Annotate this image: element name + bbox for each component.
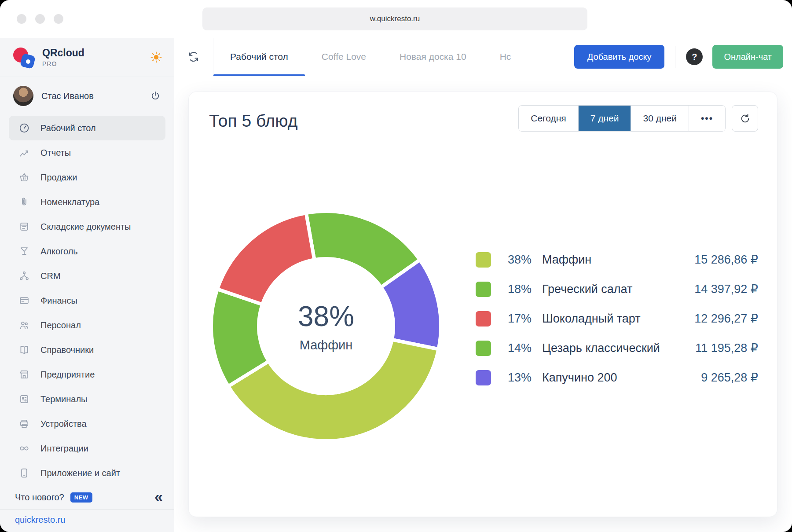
brand-plan-badge: PRO [42, 60, 84, 67]
range-30-days-button[interactable]: 30 дней [631, 106, 688, 131]
quickresto-link[interactable]: quickresto.ru [15, 515, 66, 525]
store-icon [18, 369, 30, 380]
sidebar-item-label: Номенклатура [40, 197, 99, 207]
legend-label: Греческий салат [542, 283, 694, 296]
printer-icon [18, 418, 30, 429]
sidebar-item-warehouse-docs[interactable]: Складские документы [9, 214, 165, 239]
sidebar-item-staff[interactable]: Персонал [9, 313, 165, 338]
main-content: Топ 5 блюд Сегодня 7 дней 30 дней ••• 38… [174, 76, 792, 532]
tab-new-board-10[interactable]: Новая доска 10 [383, 38, 483, 76]
tab-label: Coffe Love [322, 51, 366, 62]
window-minimize-button[interactable] [35, 14, 45, 24]
sidebar-item-label: Справочники [40, 345, 94, 355]
phone-icon [18, 467, 30, 479]
sidebar-footer: Что нового? NEW « quickresto.ru [0, 485, 174, 532]
tab-truncated[interactable]: Нс [483, 38, 528, 76]
window-zoom-button[interactable] [54, 14, 63, 24]
top-dishes-widget: Топ 5 блюд Сегодня 7 дней 30 дней ••• 38… [188, 92, 777, 517]
traffic-lights [17, 14, 63, 24]
sidebar-item-reports[interactable]: Отчеты [9, 140, 165, 165]
sidebar-item-integrations[interactable]: Интеграции [9, 436, 165, 461]
online-chat-button[interactable]: Онлайн-чат [712, 45, 783, 69]
tab-dashboard[interactable]: Рабочий стол [213, 38, 305, 76]
document-icon [18, 221, 30, 232]
add-board-button[interactable]: Добавить доску [574, 45, 665, 69]
sidebar-item-label: Интеграции [40, 444, 88, 454]
nav-divider [675, 46, 675, 68]
sidebar-item-label: Алкоголь [40, 246, 78, 257]
tab-label: Новая доска 10 [400, 51, 466, 62]
logo-dot [26, 59, 30, 64]
whats-new-link[interactable]: Что нового? [15, 492, 64, 503]
browser-window: w.quickresto.ru QRcloud PRO Стас Иванов [0, 0, 792, 532]
help-icon[interactable]: ? [686, 48, 703, 65]
book-icon [18, 344, 30, 356]
avatar [13, 86, 33, 106]
legend-row: 14% Цезарь классический 11 195,28 ₽ [476, 339, 758, 357]
legend-percent: 38% [491, 253, 532, 267]
legend-amount: 14 397,92 ₽ [694, 282, 758, 296]
more-options-button[interactable]: ••• [689, 106, 725, 131]
tab-label: Рабочий стол [230, 51, 288, 62]
sidebar-item-label: Складские документы [40, 222, 131, 232]
brand-title: QRcloud [42, 47, 84, 59]
tab-label: Нс [500, 51, 511, 62]
paperclip-icon [18, 196, 30, 208]
legend-row: 18% Греческий салат 14 397,92 ₽ [476, 280, 758, 298]
legend-label: Шоколадный тарт [542, 312, 694, 326]
legend-label: Маффин [542, 253, 694, 267]
sidebar-item-handbooks[interactable]: Справочники [9, 338, 165, 362]
sidebar-item-finance[interactable]: Финансы [9, 288, 165, 313]
sidebar-item-label: Продажи [40, 172, 77, 183]
sidebar-item-sales[interactable]: Продажи [9, 165, 165, 190]
legend-row: 17% Шоколадный тарт 12 296,27 ₽ [476, 309, 758, 328]
theme-toggle-icon[interactable] [150, 51, 163, 64]
sidebar-item-enterprise[interactable]: Предприятие [9, 362, 165, 387]
sidebar-item-crm[interactable]: CRM [9, 264, 165, 288]
sidebar-item-alcohol[interactable]: Алкоголь [9, 239, 165, 264]
sidebar-item-nomenclature[interactable]: Номенклатура [9, 190, 165, 214]
chart-legend: 38% Маффин 15 286,86 ₽ 18% Греческий сал… [476, 250, 758, 398]
legend-amount: 11 195,28 ₽ [695, 341, 758, 355]
url-text: w.quickresto.ru [370, 15, 420, 23]
sync-icon[interactable] [187, 50, 200, 63]
legend-percent: 13% [491, 371, 532, 385]
legend-row: 38% Маффин 15 286,86 ₽ [476, 250, 758, 269]
collapse-sidebar-icon[interactable]: « [154, 489, 163, 504]
sidebar-item-label: Персонал [40, 320, 81, 330]
sidebar-item-dashboard[interactable]: Рабочий стол [9, 116, 165, 140]
qrcloud-logo [13, 47, 35, 68]
range-7-days-button[interactable]: 7 дней [578, 106, 631, 131]
tab-coffe-love[interactable]: Coffe Love [305, 38, 383, 76]
brand-area: QRcloud PRO [0, 38, 174, 77]
logout-icon[interactable] [150, 90, 161, 102]
sidebar-item-label: Предприятие [40, 370, 95, 380]
donut-chart [203, 203, 449, 449]
legend-swatch [476, 282, 491, 297]
new-badge: NEW [70, 492, 92, 503]
user-profile[interactable]: Стас Иванов [0, 77, 174, 115]
card-icon [18, 295, 30, 306]
user-name: Стас Иванов [41, 91, 94, 101]
sidebar-menu: Рабочий стол Отчеты Продажи Номенклатура… [0, 115, 174, 485]
donut-segment[interactable] [217, 213, 315, 305]
address-bar[interactable]: w.quickresto.ru [202, 7, 587, 30]
range-today-button[interactable]: Сегодня [519, 106, 578, 131]
sidebar-item-label: CRM [40, 271, 61, 281]
window-close-button[interactable] [17, 14, 26, 24]
legend-amount: 12 296,27 ₽ [694, 312, 758, 326]
widget-refresh-button[interactable] [732, 105, 758, 132]
dashboard-icon [18, 122, 30, 134]
sidebar-item-devices[interactable]: Устройства [9, 411, 165, 436]
widget-title: Топ 5 блюд [209, 111, 297, 131]
sidebar-item-app-site[interactable]: Приложение и сайт [9, 461, 165, 485]
org-chart-icon [18, 270, 30, 282]
sidebar-item-terminals[interactable]: Терминалы [9, 387, 165, 411]
legend-swatch [476, 252, 491, 268]
infinity-icon [18, 443, 30, 454]
sidebar-item-label: Отчеты [40, 148, 71, 158]
legend-percent: 14% [491, 341, 532, 355]
legend-label: Цезарь классический [542, 341, 695, 355]
sidebar: QRcloud PRO Стас Иванов Рабочий стол Отч… [0, 38, 174, 532]
chart-icon [18, 147, 30, 158]
